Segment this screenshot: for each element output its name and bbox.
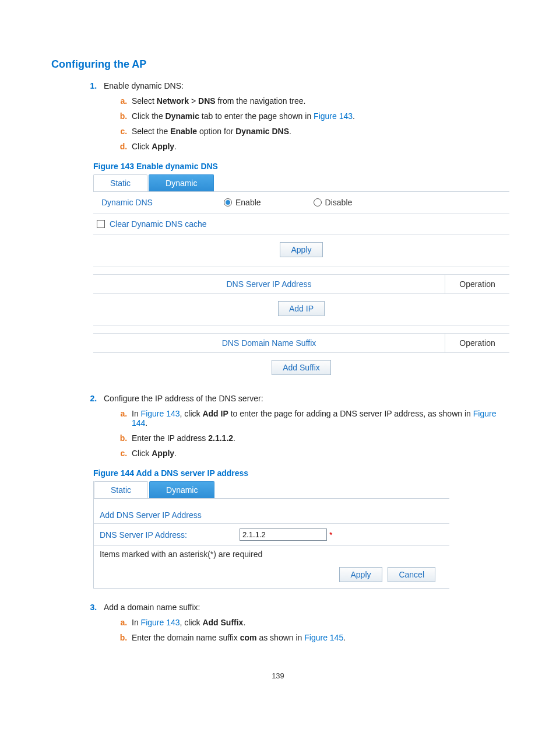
- dns-ip-form-row: DNS Server IP Address: *: [94, 524, 449, 546]
- text: , click: [180, 409, 203, 418]
- bold-text: Add IP: [202, 409, 228, 418]
- radio-disable[interactable]: Disable: [314, 198, 353, 207]
- radio-enable[interactable]: Enable: [224, 198, 261, 207]
- add-suffix-button[interactable]: Add Suffix: [272, 360, 331, 375]
- th-dns-suffix: DNS Domain Name Suffix: [93, 334, 445, 352]
- step-2b: Enter the IP address 2.1.1.2.: [129, 433, 509, 443]
- apply-button[interactable]: Apply: [339, 567, 382, 582]
- step-1b: Click the Dynamic tab to enter the page …: [129, 111, 509, 121]
- tab-static[interactable]: Static: [93, 174, 147, 191]
- bold-text: Apply: [152, 142, 174, 151]
- bold-text: Apply: [152, 449, 174, 458]
- text: Click: [132, 449, 152, 458]
- step-1-title: Enable dynamic DNS:: [104, 81, 184, 90]
- cancel-button[interactable]: Cancel: [388, 567, 435, 582]
- add-ip-button[interactable]: Add IP: [278, 301, 325, 316]
- text: tab to enter the page shown in: [199, 111, 314, 121]
- text: Click: [132, 142, 152, 151]
- bold-text: Enable: [170, 127, 197, 136]
- add-dns-ip-section-title: Add DNS Server IP Address: [94, 499, 449, 524]
- step-1c: Select the Enable option for Dynamic DNS…: [129, 127, 509, 136]
- page-number: 139: [47, 671, 509, 680]
- tabs: Static Dynamic: [94, 481, 449, 499]
- figure-143-caption: Figure 143 Enable dynamic DNS: [93, 162, 509, 171]
- text: Select the: [132, 127, 170, 136]
- text: to enter the page for adding a DNS serve…: [228, 409, 473, 418]
- text: Enter the IP address: [132, 433, 208, 443]
- add-suffix-row: Add Suffix: [93, 353, 509, 384]
- figure-143-link[interactable]: Figure 143: [314, 111, 353, 121]
- required-asterisk: *: [329, 530, 332, 540]
- text: .: [145, 418, 147, 428]
- step-3a: In Figure 143, click Add Suffix.: [129, 618, 509, 627]
- tab-dynamic[interactable]: Dynamic: [149, 174, 214, 191]
- radio-icon: [224, 198, 232, 206]
- dns-suffix-table-header: DNS Domain Name Suffix Operation: [93, 333, 509, 353]
- step-2: Configure the IP address of the DNS serv…: [99, 394, 509, 458]
- text: Click the: [132, 111, 166, 121]
- text: In: [132, 618, 141, 627]
- clear-cache-row: Clear Dynamic DNS cache: [93, 214, 509, 235]
- bold-text: Dynamic DNS: [235, 127, 289, 136]
- text: Enter the domain name suffix: [132, 633, 240, 642]
- add-ip-row: Add IP: [93, 294, 509, 326]
- figure-144-caption: Figure 144 Add a DNS server IP address: [93, 468, 509, 478]
- bold-text: 2.1.1.2: [208, 433, 233, 443]
- text: as shown in: [257, 633, 305, 642]
- figure-143-ui: Static Dynamic Dynamic DNS Enable Disabl…: [93, 174, 509, 384]
- step-2c: Click Apply.: [129, 449, 509, 458]
- figure-145-link[interactable]: Figure 145: [304, 633, 343, 642]
- required-note: Items marked with an asterisk(*) are req…: [94, 546, 449, 562]
- figure-143-link[interactable]: Figure 143: [141, 409, 180, 418]
- text: .: [353, 111, 355, 121]
- dynamic-dns-label: Dynamic DNS: [97, 198, 224, 207]
- dns-ip-table-header: DNS Server IP Address Operation: [93, 274, 509, 294]
- text: , click: [180, 618, 203, 627]
- text: >: [189, 96, 198, 106]
- bold-text: DNS: [198, 96, 216, 106]
- dns-ip-field-label: DNS Server IP Address:: [100, 530, 240, 540]
- text: .: [289, 127, 291, 136]
- step-1: Enable dynamic DNS: Select Network > DNS…: [99, 81, 509, 151]
- step-3: Add a domain name suffix: In Figure 143,…: [99, 603, 509, 642]
- dynamic-dns-row: Dynamic DNS Enable Disable: [93, 192, 509, 214]
- step-3-title: Add a domain name suffix:: [104, 603, 200, 612]
- text: option for: [197, 127, 235, 136]
- step-1a: Select Network > DNS from the navigation…: [129, 96, 509, 106]
- button-row: Apply Cancel: [94, 562, 449, 587]
- text: .: [343, 633, 346, 642]
- text: .: [233, 433, 235, 443]
- text: Select: [132, 96, 157, 106]
- radio-label: Disable: [325, 198, 353, 207]
- bold-text: com: [240, 633, 257, 642]
- bold-text: Add Suffix: [202, 618, 243, 627]
- th-operation: Operation: [445, 275, 509, 293]
- bold-text: Network: [157, 96, 189, 106]
- step-2-title: Configure the IP address of the DNS serv…: [104, 394, 263, 403]
- step-2a: In Figure 143, click Add IP to enter the…: [129, 409, 509, 428]
- dns-ip-input[interactable]: [240, 528, 327, 541]
- text: .: [174, 449, 177, 458]
- text: .: [174, 142, 177, 151]
- text: In: [132, 409, 141, 418]
- tab-dynamic[interactable]: Dynamic: [149, 481, 214, 498]
- clear-cache-label: Clear Dynamic DNS cache: [110, 219, 207, 229]
- text: .: [243, 618, 245, 627]
- figure-144-ui: Static Dynamic Add DNS Server IP Address…: [93, 481, 449, 589]
- text: from the navigation tree.: [216, 96, 306, 106]
- tab-static[interactable]: Static: [94, 481, 148, 498]
- figure-143-link[interactable]: Figure 143: [141, 618, 180, 627]
- bold-text: Dynamic: [166, 111, 199, 121]
- radio-label: Enable: [235, 198, 261, 207]
- step-3b: Enter the domain name suffix com as show…: [129, 633, 509, 642]
- clear-cache-checkbox[interactable]: [97, 220, 105, 228]
- th-operation: Operation: [445, 334, 509, 352]
- th-dns-ip: DNS Server IP Address: [93, 275, 445, 293]
- tabs: Static Dynamic: [93, 174, 509, 192]
- section-heading: Configuring the AP: [51, 58, 509, 71]
- apply-button[interactable]: Apply: [280, 242, 322, 257]
- radio-icon: [314, 198, 322, 206]
- step-1d: Click Apply.: [129, 142, 509, 151]
- apply-button-row: Apply: [93, 235, 509, 267]
